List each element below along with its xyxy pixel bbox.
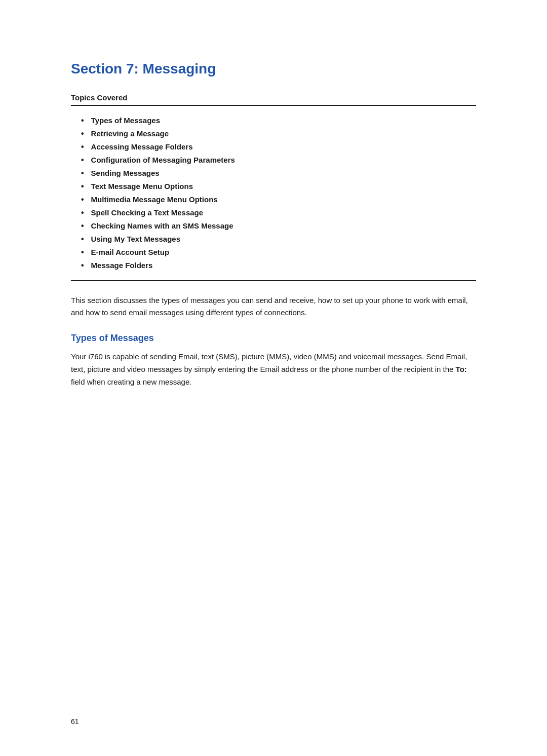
list-item: Accessing Message Folders [81, 142, 476, 152]
body-text-part1: Your i760 is capable of sending Email, t… [71, 352, 467, 373]
topics-list: Types of MessagesRetrieving a MessageAcc… [81, 116, 476, 270]
list-item: Configuration of Messaging Parameters [81, 156, 476, 165]
divider-bottom [71, 280, 476, 281]
list-item: Using My Text Messages [81, 235, 476, 244]
body-text-bold: To: [456, 365, 467, 373]
list-item: Sending Messages [81, 169, 476, 178]
section-title: Section 7: Messaging [71, 61, 476, 77]
subsection-title: Types of Messages [71, 333, 476, 344]
topics-covered-label: Topics Covered [71, 93, 476, 102]
list-item: Multimedia Message Menu Options [81, 195, 476, 204]
list-item: Retrieving a Message [81, 129, 476, 138]
list-item: Message Folders [81, 261, 476, 270]
list-item: Checking Names with an SMS Message [81, 221, 476, 231]
list-item: Spell Checking a Text Message [81, 208, 476, 217]
page-number: 61 [71, 717, 79, 726]
list-item: Types of Messages [81, 116, 476, 125]
divider-top [71, 105, 476, 106]
list-item: E-mail Account Setup [81, 248, 476, 257]
body-text-part3: field when creating a new message. [71, 377, 191, 386]
list-item: Text Message Menu Options [81, 182, 476, 191]
page-container: Section 7: Messaging Topics Covered Type… [0, 0, 547, 439]
body-paragraph: Your i760 is capable of sending Email, t… [71, 351, 476, 388]
intro-paragraph: This section discusses the types of mess… [71, 294, 476, 319]
